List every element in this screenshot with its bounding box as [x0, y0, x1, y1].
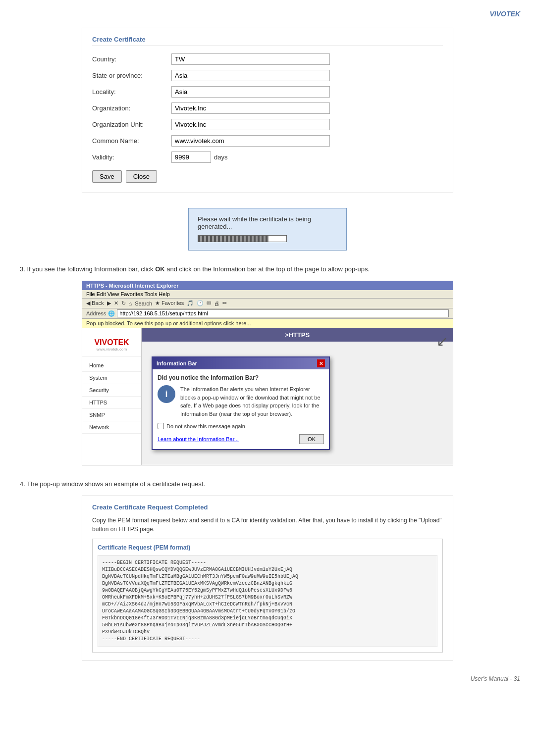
dialog-footer: Learn about the Information Bar... OK [158, 434, 324, 444]
address-label: Address [86, 310, 106, 316]
form-row-locality: Locality: [92, 86, 443, 98]
label-org-unit: Organization Unit: [92, 121, 171, 128]
days-label: days [214, 153, 227, 161]
dialog-body-text: The Information Bar alerts you when Inte… [180, 385, 324, 418]
refresh-icon: ↻ [121, 300, 126, 306]
nav-https[interactable]: HTTPS [82, 397, 141, 409]
label-state: State or province: [92, 72, 171, 79]
input-org[interactable] [171, 102, 330, 114]
step4-text: 4. The pop-up window shows an example of… [20, 480, 520, 488]
form-row-org-unit: Organization Unit: [92, 119, 443, 130]
media-icon: 🎵 [187, 300, 194, 306]
browser-menubar: File Edit View Favorites Tools Help [82, 290, 453, 299]
input-common-name[interactable] [171, 135, 330, 147]
print-icon: 🖨 [214, 301, 219, 306]
progress-bar [198, 235, 287, 242]
info-dialog-header: Information Bar ✕ [153, 357, 329, 369]
back-icon[interactable]: ◀ Back [86, 300, 104, 306]
dialog-ok-button[interactable]: OK [299, 434, 324, 444]
step3-prefix: 3. If you see the following Information … [20, 265, 155, 273]
form-row-validity: Validity: days [92, 151, 443, 163]
page-footer: User's Manual - 31 [15, 675, 520, 682]
page-header: VIVOTEK [15, 10, 520, 18]
browser-sidebar: VIVOTEK www.vivotek.com Home System Secu… [82, 328, 142, 465]
input-state[interactable] [171, 70, 330, 81]
dialog-checkbox[interactable] [158, 423, 164, 429]
dialog-info-icon: i [158, 385, 175, 403]
dialog-checkbox-label: Do not show this message again. [166, 423, 247, 429]
step3-text: 3. If you see the following Information … [20, 265, 520, 273]
footer-text: User's Manual - 31 [471, 675, 520, 682]
save-button[interactable]: Save [92, 170, 122, 183]
cert-complete-title: Create Certificate Request Completed [92, 504, 443, 511]
step-3: 3. If you see the following Information … [15, 265, 520, 273]
label-country: Country: [92, 55, 171, 63]
cert-complete-desc: Copy the PEM format request below and se… [92, 516, 443, 534]
info-dialog-body: Did you notice the Information Bar? i Th… [153, 369, 329, 449]
browser-main: >HTTPS Information Bar ✕ Did you notice … [142, 328, 453, 465]
pem-box: Certificate Request (PEM format) -----BE… [92, 539, 443, 653]
forward-icon: ▶ [107, 300, 111, 306]
input-country[interactable] [171, 53, 330, 65]
create-certificate-section: Create Certificate Country: State or pro… [15, 28, 520, 251]
value-common-name [171, 135, 443, 147]
dialog-learn-link[interactable]: Learn about the Information Bar... [158, 436, 239, 442]
vivotek-brand: VIVOTEK [94, 338, 129, 347]
pem-content: -----BEGIN CERTIFICATE REQUEST----- MIIB… [98, 555, 437, 647]
search-label: Search [135, 301, 152, 306]
stop-icon: ✕ [114, 300, 118, 306]
label-validity: Validity: [92, 153, 171, 161]
cert-complete-box: Create Certificate Request Completed Cop… [82, 496, 453, 660]
browser-screenshot: HTTPS - Microsoft Internet Explorer File… [82, 281, 453, 465]
info-dialog-title: Information Bar [157, 360, 197, 366]
label-org: Organization: [92, 104, 171, 112]
value-org-unit [171, 119, 443, 130]
progress-bar-fill [198, 236, 268, 242]
nav-network[interactable]: Network [82, 421, 141, 434]
home-icon: ⌂ [129, 301, 132, 306]
input-locality[interactable] [171, 86, 330, 98]
step3-bold: OK [155, 265, 165, 273]
nav-home[interactable]: Home [82, 359, 141, 372]
step3-suffix: and click on the Information bar at the … [165, 265, 370, 273]
brand-logo: VIVOTEK [490, 10, 520, 18]
value-org [171, 102, 443, 114]
pem-title: Certificate Request (PEM format) [98, 544, 437, 551]
address-globe-icon: 🌐 [108, 310, 115, 317]
value-validity: days [171, 151, 443, 163]
dialog-checkbox-row: Do not show this message again. [158, 423, 324, 429]
cert-form-box: Create Certificate Country: State or pro… [82, 28, 453, 193]
browser-toolbar: ◀ Back ▶ ✕ ↻ ⌂ Search ★ Favorites 🎵 🕐 ✉ … [82, 299, 453, 308]
nav-system[interactable]: System [82, 372, 141, 384]
close-button[interactable]: Close [126, 170, 157, 183]
input-org-unit[interactable] [171, 119, 330, 130]
form-row-country: Country: [92, 53, 443, 65]
vivotek-url: www.vivotek.com [87, 347, 136, 352]
cursor-indicator: ↙ [436, 333, 448, 350]
label-locality: Locality: [92, 88, 171, 96]
browser-addressbar: Address 🌐 [82, 308, 453, 319]
nav-security[interactable]: Security [82, 384, 141, 397]
form-row-state: State or province: [92, 70, 443, 81]
vivotek-logo: VIVOTEK www.vivotek.com [82, 333, 141, 357]
https-header: >HTTPS [142, 328, 453, 342]
info-dialog-content: i The Information Bar alerts you when In… [158, 385, 324, 418]
history-icon: 🕐 [197, 300, 204, 306]
value-locality [171, 86, 443, 98]
form-row-org: Organization: [92, 102, 443, 114]
label-common-name: Common Name: [92, 137, 171, 145]
dialog-heading: Did you notice the Information Bar? [158, 374, 324, 381]
input-validity[interactable] [171, 151, 211, 163]
nav-snmp[interactable]: SNMP [82, 409, 141, 421]
value-state [171, 70, 443, 81]
address-input[interactable] [117, 309, 449, 317]
cert-form-title: Create Certificate [92, 36, 443, 46]
favorites-label: ★ Favorites [155, 300, 184, 306]
browser-titlebar: HTTPS - Microsoft Internet Explorer [82, 281, 453, 290]
dialog-close-button[interactable]: ✕ [317, 359, 325, 367]
info-dialog: Information Bar ✕ Did you notice the Inf… [152, 356, 330, 450]
browser-content: VIVOTEK www.vivotek.com Home System Secu… [82, 328, 453, 465]
info-banner[interactable]: Pop-up blocked. To see this pop-up or ad… [82, 319, 453, 328]
mail-icon: ✉ [207, 300, 211, 306]
value-country [171, 53, 443, 65]
